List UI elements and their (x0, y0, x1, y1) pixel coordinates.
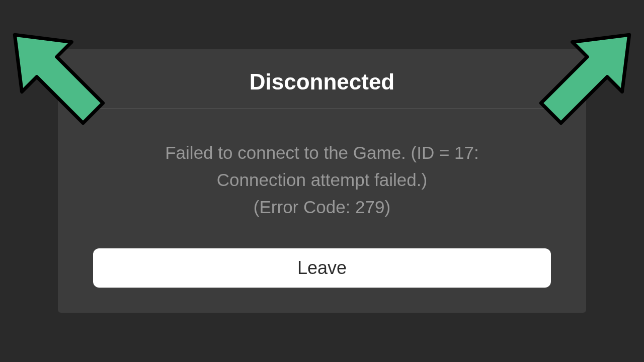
dialog-message: Failed to connect to the Game. (ID = 17:… (93, 139, 551, 221)
dialog-title: Disconnected (93, 69, 551, 95)
message-line: (Error Code: 279) (93, 194, 551, 221)
dialog-divider (93, 109, 551, 109)
annotation-arrow-right-icon (538, 10, 644, 143)
message-line: Connection attempt failed.) (93, 166, 551, 194)
disconnected-dialog: Disconnected Failed to connect to the Ga… (58, 49, 586, 313)
annotation-arrow-left-icon (0, 10, 106, 143)
message-line: Failed to connect to the Game. (ID = 17: (93, 139, 551, 166)
leave-button[interactable]: Leave (93, 248, 551, 288)
